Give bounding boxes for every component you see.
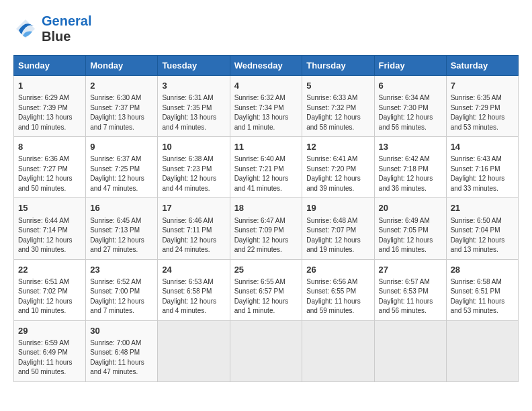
day-info: Sunrise: 6:45 AM Sunset: 7:13 PM Dayligh… <box>90 216 153 255</box>
calendar-day-cell: 28Sunrise: 6:58 AM Sunset: 6:51 PM Dayli… <box>446 259 518 320</box>
calendar-day-cell: 25Sunrise: 6:55 AM Sunset: 6:57 PM Dayli… <box>230 259 302 320</box>
calendar-week-row: 15Sunrise: 6:44 AM Sunset: 7:14 PM Dayli… <box>14 198 519 259</box>
logo-icon <box>13 17 38 41</box>
weekday-header: Friday <box>374 56 446 76</box>
weekday-header: Tuesday <box>158 56 230 76</box>
weekday-header: Saturday <box>446 56 518 76</box>
calendar-header-row: SundayMondayTuesdayWednesdayThursdayFrid… <box>14 56 519 76</box>
weekday-header: Wednesday <box>230 56 302 76</box>
day-number: 8 <box>18 141 81 153</box>
calendar-week-row: 29Sunrise: 6:59 AM Sunset: 6:49 PM Dayli… <box>14 320 519 381</box>
day-number: 7 <box>451 80 514 92</box>
day-info: Sunrise: 6:52 AM Sunset: 7:00 PM Dayligh… <box>90 277 153 316</box>
day-number: 27 <box>379 264 442 276</box>
calendar-day-cell: 24Sunrise: 6:53 AM Sunset: 6:58 PM Dayli… <box>158 259 230 320</box>
calendar-day-cell: 27Sunrise: 6:57 AM Sunset: 6:53 PM Dayli… <box>374 259 446 320</box>
day-info: Sunrise: 6:35 AM Sunset: 7:29 PM Dayligh… <box>451 93 514 132</box>
weekday-header: Thursday <box>302 56 374 76</box>
calendar-day-cell: 18Sunrise: 6:47 AM Sunset: 7:09 PM Dayli… <box>230 198 302 259</box>
day-number: 28 <box>451 264 514 276</box>
day-info: Sunrise: 6:57 AM Sunset: 6:53 PM Dayligh… <box>379 277 442 316</box>
day-number: 6 <box>379 80 442 92</box>
day-info: Sunrise: 6:32 AM Sunset: 7:34 PM Dayligh… <box>234 93 298 132</box>
calendar-day-cell: 30Sunrise: 7:00 AM Sunset: 6:48 PM Dayli… <box>86 320 158 381</box>
calendar-day-cell: 21Sunrise: 6:50 AM Sunset: 7:04 PM Dayli… <box>446 198 518 259</box>
day-info: Sunrise: 6:53 AM Sunset: 6:58 PM Dayligh… <box>162 277 225 316</box>
calendar-day-cell: 26Sunrise: 6:56 AM Sunset: 6:55 PM Dayli… <box>302 259 374 320</box>
day-info: Sunrise: 6:56 AM Sunset: 6:55 PM Dayligh… <box>306 277 369 316</box>
calendar-day-cell: 14Sunrise: 6:43 AM Sunset: 7:16 PM Dayli… <box>446 137 518 198</box>
day-info: Sunrise: 6:59 AM Sunset: 6:49 PM Dayligh… <box>18 338 81 377</box>
calendar-day-cell <box>230 320 302 381</box>
day-number: 16 <box>90 202 153 214</box>
day-number: 4 <box>234 80 298 92</box>
day-number: 19 <box>306 202 369 214</box>
day-info: Sunrise: 6:48 AM Sunset: 7:07 PM Dayligh… <box>306 216 369 255</box>
day-number: 3 <box>162 80 225 92</box>
day-number: 23 <box>90 264 153 276</box>
calendar-day-cell: 7Sunrise: 6:35 AM Sunset: 7:29 PM Daylig… <box>446 76 518 137</box>
logo: General Blue <box>13 13 91 44</box>
day-number: 29 <box>18 325 81 337</box>
day-number: 1 <box>18 80 81 92</box>
calendar-day-cell <box>446 320 518 381</box>
day-info: Sunrise: 6:38 AM Sunset: 7:23 PM Dayligh… <box>162 154 225 193</box>
calendar-day-cell: 11Sunrise: 6:40 AM Sunset: 7:21 PM Dayli… <box>230 137 302 198</box>
calendar-day-cell: 12Sunrise: 6:41 AM Sunset: 7:20 PM Dayli… <box>302 137 374 198</box>
day-number: 17 <box>162 202 225 214</box>
calendar-day-cell: 9Sunrise: 6:37 AM Sunset: 7:25 PM Daylig… <box>86 137 158 198</box>
calendar-day-cell: 19Sunrise: 6:48 AM Sunset: 7:07 PM Dayli… <box>302 198 374 259</box>
day-number: 30 <box>90 325 153 337</box>
calendar-day-cell: 2Sunrise: 6:30 AM Sunset: 7:37 PM Daylig… <box>86 76 158 137</box>
day-number: 26 <box>306 264 369 276</box>
day-number: 18 <box>234 202 298 214</box>
calendar-day-cell: 16Sunrise: 6:45 AM Sunset: 7:13 PM Dayli… <box>86 198 158 259</box>
day-info: Sunrise: 6:29 AM Sunset: 7:39 PM Dayligh… <box>18 93 81 132</box>
day-info: Sunrise: 6:51 AM Sunset: 7:02 PM Dayligh… <box>18 277 81 316</box>
day-number: 11 <box>234 141 298 153</box>
day-info: Sunrise: 7:00 AM Sunset: 6:48 PM Dayligh… <box>90 338 153 377</box>
day-info: Sunrise: 6:31 AM Sunset: 7:35 PM Dayligh… <box>162 93 225 132</box>
calendar-day-cell <box>374 320 446 381</box>
calendar-day-cell: 22Sunrise: 6:51 AM Sunset: 7:02 PM Dayli… <box>14 259 86 320</box>
calendar-day-cell: 1Sunrise: 6:29 AM Sunset: 7:39 PM Daylig… <box>14 76 86 137</box>
day-info: Sunrise: 6:47 AM Sunset: 7:09 PM Dayligh… <box>234 216 298 255</box>
calendar-week-row: 8Sunrise: 6:36 AM Sunset: 7:27 PM Daylig… <box>14 137 519 198</box>
calendar-day-cell: 6Sunrise: 6:34 AM Sunset: 7:30 PM Daylig… <box>374 76 446 137</box>
page-header: General Blue <box>13 13 519 44</box>
day-info: Sunrise: 6:43 AM Sunset: 7:16 PM Dayligh… <box>451 154 514 193</box>
day-number: 21 <box>451 202 514 214</box>
calendar-day-cell: 23Sunrise: 6:52 AM Sunset: 7:00 PM Dayli… <box>86 259 158 320</box>
calendar-week-row: 1Sunrise: 6:29 AM Sunset: 7:39 PM Daylig… <box>14 76 519 137</box>
calendar-day-cell: 20Sunrise: 6:49 AM Sunset: 7:05 PM Dayli… <box>374 198 446 259</box>
calendar-day-cell: 5Sunrise: 6:33 AM Sunset: 7:32 PM Daylig… <box>302 76 374 137</box>
calendar-day-cell <box>158 320 230 381</box>
day-info: Sunrise: 6:50 AM Sunset: 7:04 PM Dayligh… <box>451 216 514 255</box>
day-number: 5 <box>306 80 369 92</box>
day-number: 12 <box>306 141 369 153</box>
day-number: 10 <box>162 141 225 153</box>
weekday-header: Monday <box>86 56 158 76</box>
calendar-day-cell: 17Sunrise: 6:46 AM Sunset: 7:11 PM Dayli… <box>158 198 230 259</box>
calendar-day-cell: 10Sunrise: 6:38 AM Sunset: 7:23 PM Dayli… <box>158 137 230 198</box>
day-info: Sunrise: 6:40 AM Sunset: 7:21 PM Dayligh… <box>234 154 298 193</box>
day-info: Sunrise: 6:41 AM Sunset: 7:20 PM Dayligh… <box>306 154 369 193</box>
logo-text: General Blue <box>42 13 91 44</box>
day-number: 25 <box>234 264 298 276</box>
calendar-day-cell <box>302 320 374 381</box>
day-info: Sunrise: 6:46 AM Sunset: 7:11 PM Dayligh… <box>162 216 225 255</box>
day-info: Sunrise: 6:58 AM Sunset: 6:51 PM Dayligh… <box>451 277 514 316</box>
calendar-table: SundayMondayTuesdayWednesdayThursdayFrid… <box>13 55 519 382</box>
calendar-day-cell: 4Sunrise: 6:32 AM Sunset: 7:34 PM Daylig… <box>230 76 302 137</box>
calendar-day-cell: 29Sunrise: 6:59 AM Sunset: 6:49 PM Dayli… <box>14 320 86 381</box>
day-number: 20 <box>379 202 442 214</box>
day-info: Sunrise: 6:55 AM Sunset: 6:57 PM Dayligh… <box>234 277 298 316</box>
calendar-day-cell: 13Sunrise: 6:42 AM Sunset: 7:18 PM Dayli… <box>374 137 446 198</box>
day-number: 9 <box>90 141 153 153</box>
day-number: 2 <box>90 80 153 92</box>
day-number: 15 <box>18 202 81 214</box>
day-number: 14 <box>451 141 514 153</box>
calendar-day-cell: 3Sunrise: 6:31 AM Sunset: 7:35 PM Daylig… <box>158 76 230 137</box>
day-info: Sunrise: 6:37 AM Sunset: 7:25 PM Dayligh… <box>90 154 153 193</box>
calendar-week-row: 22Sunrise: 6:51 AM Sunset: 7:02 PM Dayli… <box>14 259 519 320</box>
